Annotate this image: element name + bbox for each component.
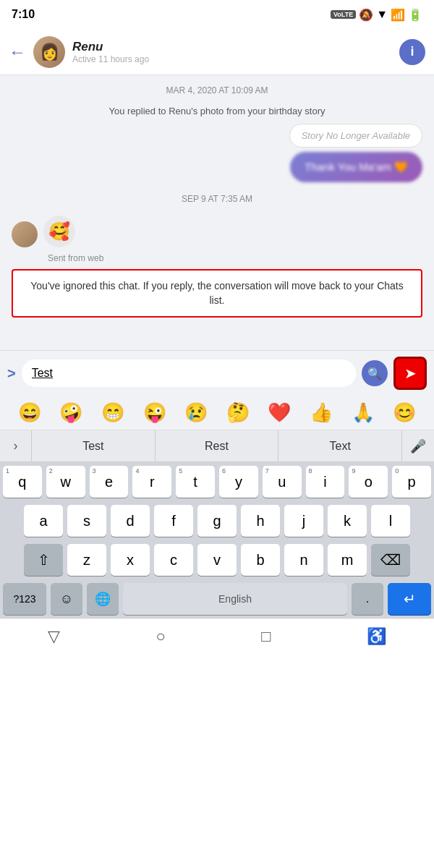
expand-suggestions-icon: ›	[14, 438, 18, 454]
key-u[interactable]: 7u	[263, 466, 302, 498]
chat-header: ← 👩 Renu Active 11 hours ago i	[0, 29, 434, 75]
emoji-smile[interactable]: 😊	[393, 401, 416, 424]
emoji-pray[interactable]: 🙏	[352, 401, 375, 424]
emoji-thumbs[interactable]: 👍	[310, 401, 333, 424]
key-a[interactable]: a	[24, 505, 63, 537]
key-g[interactable]: g	[197, 505, 237, 537]
contact-avatar: 👩	[33, 36, 65, 68]
key-s[interactable]: s	[67, 505, 106, 537]
key-o[interactable]: 9o	[349, 466, 388, 498]
emoji-think[interactable]: 🤔	[226, 401, 250, 424]
story-reply: Story No Longer Available Thank You Ma'a…	[12, 124, 422, 182]
key-y[interactable]: 6y	[219, 466, 258, 498]
ignored-notice: You've ignored this chat. If you reply, …	[12, 269, 422, 318]
expand-button[interactable]: >	[7, 365, 16, 382]
suggestion-text[interactable]: Text	[278, 430, 402, 462]
key-c[interactable]: c	[154, 544, 193, 576]
key-m[interactable]: m	[328, 544, 367, 576]
key-v[interactable]: v	[197, 544, 237, 576]
date-label-2: SEP 9 AT 7:35 AM	[12, 194, 422, 204]
battery-icon: 🔋	[408, 8, 422, 22]
back-button[interactable]: ←	[9, 42, 26, 62]
nav-bar: ▽ ○ □ ♿	[0, 618, 434, 653]
emoji-wink[interactable]: 😜	[143, 401, 166, 424]
key-h[interactable]: h	[241, 505, 280, 537]
emoji-cry[interactable]: 😢	[184, 401, 208, 424]
search-button[interactable]: 🔍	[362, 360, 388, 386]
send-button[interactable]: ➤	[393, 357, 427, 390]
key-x[interactable]: x	[111, 544, 150, 576]
contact-info: Renu Active 11 hours ago	[72, 40, 392, 64]
status-bar: 7:10 VoLTE 🔕 ▼ 📶 🔋	[0, 0, 434, 29]
key-e[interactable]: 3e	[90, 466, 129, 498]
status-icons: VoLTE 🔕 ▼ 📶 🔋	[331, 8, 422, 22]
emoji-grin[interactable]: 😁	[101, 401, 124, 424]
nav-home-icon[interactable]: ○	[156, 627, 166, 646]
search-icon: 🔍	[367, 367, 382, 380]
incoming-message-row: 🥰	[12, 216, 422, 247]
incoming-avatar	[12, 221, 38, 247]
enter-key[interactable]: ↵	[388, 583, 431, 615]
key-i[interactable]: 8i	[306, 466, 345, 498]
period-key[interactable]: .	[352, 583, 383, 615]
shift-key[interactable]: ⇧	[24, 544, 63, 576]
emoji-key[interactable]: ☺	[51, 583, 82, 615]
keyboard-bottom-row: ?123 ☺ 🌐 English . ↵	[0, 579, 434, 618]
emoji-heart[interactable]: ❤️	[268, 401, 291, 424]
mic-button[interactable]: 🎤	[402, 430, 434, 462]
emoji-laugh[interactable]: 😄	[18, 401, 41, 424]
story-unavailable: Story No Longer Available	[289, 124, 422, 148]
emoji-crazy[interactable]: 🤪	[59, 401, 82, 424]
key-r[interactable]: 4r	[132, 466, 171, 498]
emoji-message: 🥰	[43, 216, 75, 247]
num-key[interactable]: ?123	[3, 583, 46, 615]
key-j[interactable]: j	[284, 505, 323, 537]
info-button[interactable]: i	[399, 39, 425, 65]
contact-name: Renu	[72, 40, 392, 54]
keyboard: 1q 2w 3e 4r 5t 6y 7u 8i 9o 0p a s d f g …	[0, 462, 434, 618]
message-input[interactable]	[22, 359, 356, 387]
key-n[interactable]: n	[284, 544, 323, 576]
suggestion-rest[interactable]: Rest	[156, 430, 279, 462]
keyboard-row-1: 1q 2w 3e 4r 5t 6y 7u 8i 9o 0p	[0, 462, 434, 501]
key-f[interactable]: f	[154, 505, 193, 537]
chat-area: MAR 4, 2020 AT 10:09 AM You replied to R…	[0, 75, 434, 350]
mute-icon: 🔕	[359, 8, 373, 22]
contact-status: Active 11 hours ago	[72, 54, 392, 64]
key-z[interactable]: z	[67, 544, 106, 576]
key-d[interactable]: d	[111, 505, 150, 537]
key-q[interactable]: 1q	[3, 466, 42, 498]
key-k[interactable]: k	[328, 505, 367, 537]
wifi-icon: ▼	[376, 8, 388, 21]
status-time: 7:10	[12, 8, 35, 21]
key-p[interactable]: 0p	[392, 466, 431, 498]
nav-accessibility-icon[interactable]: ♿	[367, 627, 386, 646]
key-w[interactable]: 2w	[46, 466, 85, 498]
suggestions-row: › Test Rest Text 🎤	[0, 430, 434, 462]
keyboard-row-2: a s d f g h j k l	[0, 501, 434, 540]
send-icon: ➤	[404, 365, 417, 382]
emoji-keyboard-icon: ☺	[60, 592, 73, 607]
nav-back-icon[interactable]: ▽	[48, 627, 60, 646]
backspace-key[interactable]: ⌫	[371, 544, 410, 576]
globe-key[interactable]: 🌐	[87, 583, 119, 615]
keyboard-row-3: ⇧ z x c v b n m ⌫	[0, 540, 434, 579]
sent-from-web: Sent from web	[48, 253, 422, 263]
key-t[interactable]: 5t	[176, 466, 215, 498]
my-message-bubble: Thank You Ma'am 🧡	[290, 152, 422, 182]
signal-icon: 📶	[391, 8, 405, 22]
enter-icon: ↵	[404, 590, 416, 608]
suggestion-test[interactable]: Test	[32, 430, 156, 462]
space-key[interactable]: English	[123, 583, 347, 615]
nav-recents-icon[interactable]: □	[261, 627, 271, 646]
input-bar: > 🔍 ➤	[0, 350, 434, 396]
key-l[interactable]: l	[371, 505, 410, 537]
globe-icon: 🌐	[95, 591, 111, 607]
suggestions-expand[interactable]: ›	[0, 430, 32, 462]
carrier-badge: VoLTE	[331, 10, 356, 19]
emoji-row: 😄 🤪 😁 😜 😢 🤔 ❤️ 👍 🙏 😊	[0, 396, 434, 430]
date-label-1: MAR 4, 2020 AT 10:09 AM	[12, 85, 422, 95]
system-message: You replied to Renu's photo from your bi…	[12, 106, 422, 116]
key-b[interactable]: b	[241, 544, 280, 576]
